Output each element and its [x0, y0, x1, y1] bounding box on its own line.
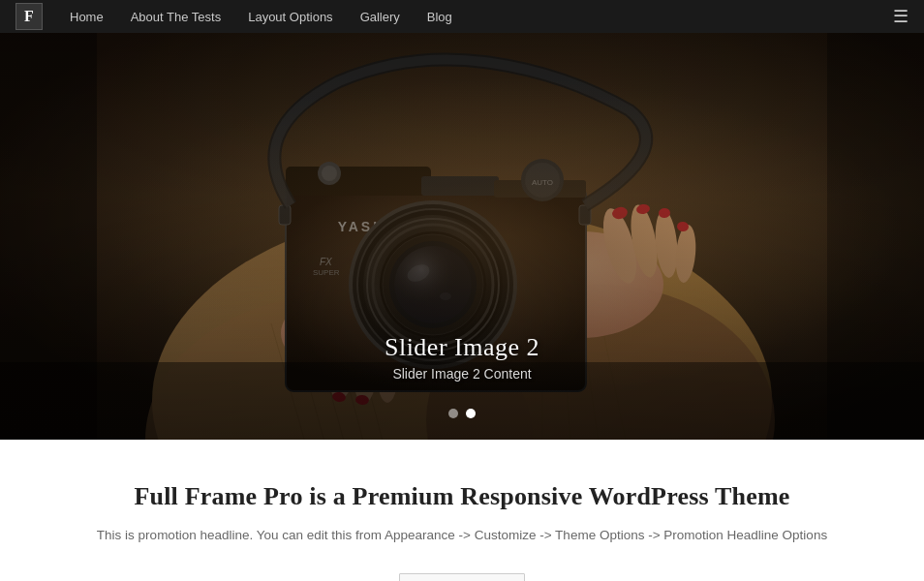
nav-item-layout[interactable]: Layout Options [236, 4, 344, 30]
navigation: F Home About The Tests Layout Options Ga… [0, 0, 924, 33]
promo-section: Full Frame Pro is a Premium Responsive W… [0, 440, 924, 581]
nav-link-gallery[interactable]: Gallery [349, 4, 412, 30]
nav-link-home[interactable]: Home [58, 4, 115, 30]
slider-dot-2[interactable] [466, 409, 476, 418]
nav-link-about[interactable]: About The Tests [119, 4, 232, 30]
nav-link-layout[interactable]: Layout Options [236, 4, 344, 30]
hamburger-menu-icon[interactable]: ☰ [893, 6, 909, 27]
nav-item-blog[interactable]: Blog [416, 4, 464, 30]
site-logo[interactable]: F [15, 3, 43, 30]
slide-content: Slider Image 2 Content [385, 366, 539, 382]
hero-slider: AUTO YASHICA FX SUPER [0, 33, 924, 440]
nav-item-gallery[interactable]: Gallery [349, 4, 412, 30]
nav-link-blog[interactable]: Blog [416, 4, 464, 30]
promo-headline: Full Frame Pro is a Premium Responsive W… [19, 482, 905, 511]
slider-dots [448, 409, 476, 418]
slide-title: Slider Image 2 [385, 333, 539, 362]
nav-links-list: Home About The Tests Layout Options Gall… [58, 4, 893, 30]
slider-dot-1[interactable] [448, 409, 458, 418]
nav-item-about[interactable]: About The Tests [119, 4, 232, 30]
promo-subtext: This is promotion headline. You can edit… [19, 525, 905, 546]
hero-caption: Slider Image 2 Slider Image 2 Content [385, 333, 539, 382]
buy-now-button[interactable]: Buy Now [399, 573, 525, 581]
nav-item-home[interactable]: Home [58, 4, 115, 30]
